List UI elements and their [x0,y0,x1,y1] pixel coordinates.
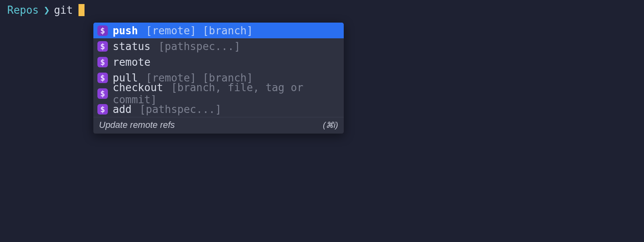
dollar-icon: $ [97,73,108,83]
prompt-directory: Repos [7,4,39,16]
dollar-icon: $ [97,104,108,115]
suggestion-push[interactable]: $push [remote] [branch] [93,23,344,38]
suggestion-args: [pathspec...] [133,103,221,115]
suggestion-name: checkout [113,81,163,94]
autocomplete-popup: $push [remote] [branch]$status [pathspec… [93,22,344,134]
dollar-icon: $ [97,41,108,52]
suggestion-name: status [113,40,151,52]
suggestion-name: add [113,103,132,115]
cursor-icon [78,4,85,16]
suggestion-text: remote [113,56,151,68]
prompt-command: git [54,4,73,16]
suggestion-status[interactable]: $status [pathspec...] [93,38,344,54]
info-shortcut-hint: (⌘i) [323,120,338,130]
suggestion-name: push [113,25,138,37]
prompt-separator-icon: ❯ [43,4,50,16]
suggestion-name: remote [113,56,151,68]
suggestion-text: checkout [branch, file, tag or commit] [113,81,340,106]
dollar-icon: $ [97,57,108,67]
suggestion-args: [pathspec...] [152,40,240,52]
suggestion-text: add [pathspec...] [113,103,221,115]
suggestion-checkout[interactable]: $checkout [branch, file, tag or commit] [93,86,344,101]
suggestion-args: [remote] [branch] [140,25,253,37]
suggestion-text: status [pathspec...] [113,40,240,52]
dollar-icon: $ [97,88,108,99]
dollar-icon: $ [97,25,108,36]
suggestion-remote[interactable]: $remote [93,54,344,70]
suggestion-text: push [remote] [branch] [113,25,253,37]
popup-footer: Update remote refs (⌘i) [93,117,344,134]
suggestion-description: Update remote refs [99,120,175,130]
prompt-line[interactable]: Repos ❯ git [0,0,644,17]
